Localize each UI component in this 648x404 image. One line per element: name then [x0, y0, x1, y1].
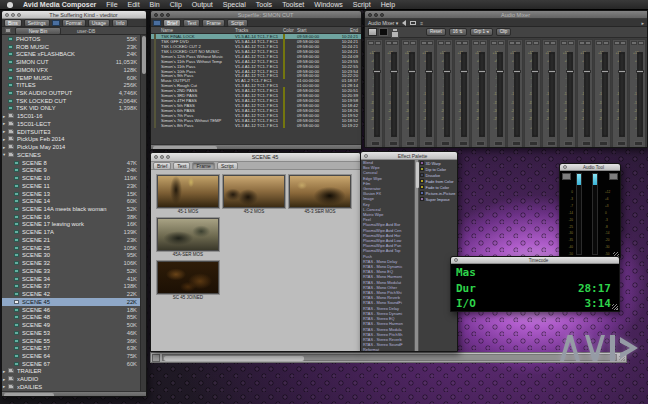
SCENE 45[interactable]: SCENE 45 22K — [2, 298, 146, 306]
tab-frame[interactable]: Frame — [192, 162, 214, 170]
SCENE 30[interactable]: SCENE 30 95K — [2, 252, 146, 260]
SCENE 64[interactable]: SCENE 64 75K — [2, 352, 146, 360]
fader-track[interactable] — [584, 52, 590, 137]
bin-display-icon[interactable] — [153, 20, 161, 26]
SCENE 14[interactable]: SCENE 14 60K — [2, 197, 146, 205]
menu-item[interactable]: Windows — [309, 0, 347, 10]
resize-handle[interactable] — [612, 304, 618, 310]
clip-item[interactable]: 45-3 SER MOS — [289, 175, 351, 215]
fader-track[interactable] — [637, 52, 643, 137]
menu-item[interactable]: Clip — [165, 0, 187, 10]
gain-value-box[interactable] — [564, 141, 573, 146]
effect-category[interactable]: Reformat — [361, 347, 414, 352]
reset-button[interactable]: Reset — [426, 28, 446, 36]
mute-button[interactable] — [386, 41, 392, 45]
gain-value-box[interactable] — [512, 141, 521, 146]
SCENE 53[interactable]: SCENE 53 46K — [2, 329, 146, 337]
fader-track[interactable] — [514, 52, 520, 137]
SCENE 57[interactable]: SCENE 57 63K — [2, 344, 146, 352]
SCENE 42[interactable]: SCENE 42 22K — [2, 290, 146, 298]
fader-knob[interactable] — [618, 70, 626, 73]
bin-list-horizontal-scrollbar[interactable] — [2, 391, 146, 397]
menu-item[interactable]: Edit — [123, 0, 145, 10]
channel-count-stepper[interactable]: 16 ⇅ — [449, 28, 467, 36]
tab-usage[interactable]: Usage — [88, 19, 110, 27]
tab-brief[interactable]: Brief — [153, 162, 171, 170]
clip-item[interactable]: SC 45 JOINED — [157, 261, 219, 301]
gain-value-box[interactable] — [599, 141, 608, 146]
audio-tool-titlebar[interactable]: Audio Tool — [560, 164, 620, 171]
SCENE 8[interactable]: SCENE 8 47K — [2, 159, 146, 167]
fader-track[interactable] — [426, 52, 432, 137]
scrollbar-thumb[interactable] — [4, 393, 54, 397]
gain-value-box[interactable] — [494, 141, 503, 146]
effect-item[interactable]: Picture-in-Picture — [419, 190, 457, 196]
fader-knob[interactable] — [548, 70, 556, 73]
header-end[interactable]: End — [329, 28, 361, 33]
solo-button[interactable] — [550, 41, 556, 45]
gain-value-box[interactable] — [424, 141, 433, 146]
tab-info[interactable]: Info — [112, 19, 128, 27]
header-start[interactable]: Start — [297, 28, 329, 33]
scrollbar-thumb[interactable] — [416, 162, 420, 188]
fader-knob[interactable] — [513, 70, 521, 73]
mute-button[interactable] — [421, 41, 427, 45]
solo-button[interactable] — [603, 41, 609, 45]
mixer-popup[interactable]: Audio Mixer ▾ — [368, 20, 398, 26]
expand-arrow-icon[interactable]: ▸ — [641, 20, 644, 26]
clip-item[interactable]: 45-1 MOS — [157, 175, 219, 215]
clip-thumbnail[interactable] — [157, 261, 219, 294]
fader-track[interactable] — [409, 52, 415, 137]
tab-settings[interactable]: Settings — [24, 19, 50, 27]
gain-value-box[interactable] — [459, 141, 468, 146]
mute-button[interactable] — [614, 41, 620, 45]
TRAILER[interactable]: TRAILER — [2, 368, 146, 376]
EDITSUITE3[interactable]: EDITSUITE3 — [2, 128, 146, 136]
fader-knob[interactable] — [496, 70, 504, 73]
bin-list-vertical-scrollbar[interactable] — [140, 35, 146, 391]
fader-track[interactable] — [549, 52, 555, 137]
SCENE 67[interactable]: SCENE 67 60K — [2, 360, 146, 368]
SCENE 33[interactable]: SCENE 33 52K — [2, 267, 146, 275]
header-color[interactable]: Color — [283, 28, 297, 33]
clip-item[interactable]: 45A-SER MOS — [157, 218, 219, 258]
SCENE xFLASHBACK[interactable]: SCENE xFLASHBACK 24K — [2, 50, 146, 58]
speaker-icon[interactable] — [402, 20, 406, 26]
gain-value-box[interactable] — [547, 141, 556, 146]
menu-item[interactable]: Toolset — [277, 0, 309, 10]
project-titlebar[interactable]: The Suffering Kind - vteditor — [2, 11, 146, 19]
tab-script[interactable]: Script — [227, 19, 248, 27]
SCENE 25[interactable]: SCENE 25 105K — [2, 244, 146, 252]
clip-thumbnail[interactable] — [289, 175, 351, 208]
SCENE 49[interactable]: SCENE 49 50K — [2, 321, 146, 329]
record-enable-button[interactable] — [368, 28, 377, 36]
palette-titlebar[interactable]: Effect Palette — [361, 152, 457, 160]
superfile-titlebar[interactable]: Superfile: SIMON CUT — [151, 11, 361, 19]
fader-knob[interactable] — [566, 70, 574, 73]
tab-script[interactable]: Script — [217, 162, 238, 170]
solo-button[interactable] — [568, 41, 574, 45]
gain-value-box[interactable] — [476, 141, 485, 146]
gain-value-box[interactable] — [529, 141, 538, 146]
mute-button[interactable] — [509, 41, 515, 45]
15C01-16[interactable]: 15C01-16 — [2, 112, 146, 120]
menu-app-name[interactable]: Avid Media Composer — [18, 0, 101, 10]
minimize-icon[interactable] — [11, 13, 15, 17]
solo-button[interactable] — [427, 41, 433, 45]
fader-knob[interactable] — [373, 70, 381, 73]
solo-button[interactable] — [462, 41, 468, 45]
PickUps May 2014[interactable]: PickUps May 2014 — [2, 143, 146, 151]
header-name[interactable]: Name — [161, 28, 235, 33]
gain-value-box[interactable] — [389, 141, 398, 146]
header-tracks[interactable]: Tracks — [235, 28, 283, 33]
scrollbar-track[interactable] — [162, 354, 617, 361]
fader-knob[interactable] — [636, 70, 644, 73]
disk-icon[interactable] — [5, 28, 11, 33]
timecode-titlebar[interactable]: Timecode — [451, 257, 619, 264]
solo-button[interactable] — [375, 41, 381, 45]
menu-item[interactable]: Script — [348, 0, 376, 10]
fader-track[interactable] — [374, 52, 380, 137]
scrollbar-thumb[interactable] — [142, 36, 146, 74]
fader-knob[interactable] — [601, 70, 609, 73]
peak-hold-button[interactable] — [562, 173, 571, 180]
